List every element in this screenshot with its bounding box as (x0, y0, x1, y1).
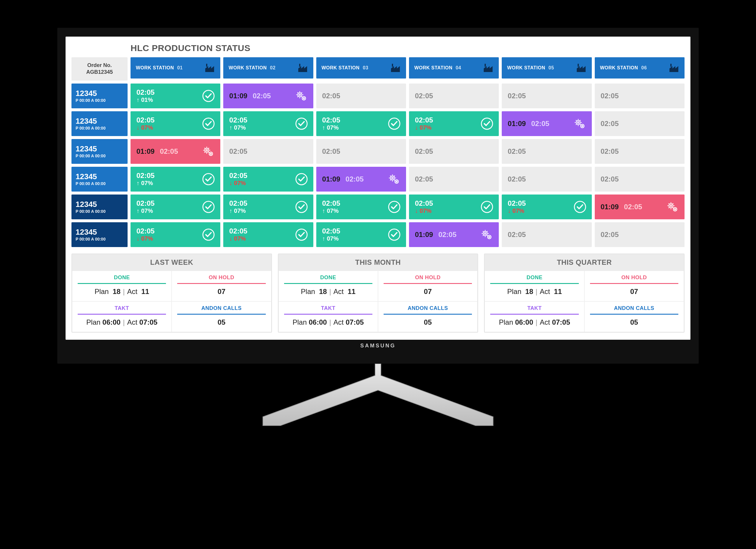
onhold-value: 07 (384, 287, 472, 296)
order-id: 12345 (76, 200, 123, 209)
cell-time-b: 02:05 (438, 231, 456, 239)
monitor-brand: SAMSUNG (66, 343, 690, 349)
station-label: WORK STATION (507, 65, 545, 70)
check-circle-icon (388, 201, 401, 214)
cell-time: 02:05 (136, 116, 154, 124)
status-cell: 02:0507% (131, 195, 220, 219)
status-cell: 02:05 (409, 139, 499, 164)
status-cell: 02:05 (502, 84, 592, 108)
status-cell: 02:0507% (223, 222, 313, 247)
cell-pct: 07% (229, 180, 247, 187)
cell-pct: 07% (322, 235, 340, 242)
factory-icon (204, 63, 215, 73)
cell-time: 02:05 (229, 199, 247, 208)
station-number: 01 (177, 65, 183, 70)
andon-value: 05 (177, 318, 265, 326)
status-cell: 02:05 (595, 84, 685, 108)
andon-value: 05 (384, 318, 472, 326)
svg-point-24 (582, 126, 583, 127)
andon-label: ANDON CALLS (384, 305, 472, 314)
factory-icon (669, 63, 679, 73)
status-cell: 02:0507% (223, 195, 313, 219)
status-cell: 02:05 (595, 167, 685, 192)
check-circle-icon (202, 89, 215, 102)
takt-value: Plan 06:00|Act 07:05 (284, 318, 372, 326)
svg-point-26 (206, 149, 208, 151)
gears-icon (388, 173, 401, 186)
status-cell: 02:0507% (316, 222, 406, 247)
cell-time: 02:05 (229, 227, 247, 235)
status-cell: 02:0507% (502, 195, 592, 219)
cell-time: 02:05 (322, 92, 340, 100)
cell-time: 02:05 (229, 116, 247, 124)
check-circle-icon (202, 117, 215, 130)
check-circle-icon (480, 201, 493, 214)
cell-time-a: 01:09 (229, 92, 247, 100)
svg-point-27 (209, 152, 213, 156)
cell-time-b: 02:05 (160, 147, 178, 156)
check-circle-icon (295, 228, 308, 241)
cell-pct: 07% (229, 124, 247, 131)
status-cell: 02:0507% (409, 111, 499, 136)
check-circle-icon (202, 173, 215, 186)
cell-pct: 07% (508, 208, 526, 214)
onhold-label: ON HOLD (384, 274, 472, 284)
cell-time: 02:05 (322, 227, 340, 235)
status-cell: 02:05 (502, 167, 592, 192)
svg-point-16 (303, 98, 304, 99)
onhold-value: 07 (590, 287, 678, 296)
takt-cell: TAKTPlan 06:00|Act 07:05 (72, 301, 172, 332)
svg-rect-2 (298, 69, 307, 72)
onhold-cell: ON HOLD07 (584, 271, 684, 301)
done-cell: DONEPlan 18|Act 11 (278, 271, 378, 301)
dashboard-screen: HLC PRODUCTION STATUS Order No.AGB12345W… (66, 37, 690, 340)
cell-time-a: 01:09 (322, 175, 340, 183)
andon-cell: ANDON CALLS05 (172, 301, 271, 332)
check-circle-icon (295, 201, 308, 214)
workstation-header-6: WORK STATION 06 (595, 57, 685, 79)
cell-pct: 01% (136, 97, 154, 103)
done-value: Plan 18|Act 11 (78, 287, 166, 296)
status-cell: 02:05 (595, 222, 685, 247)
gears-icon (666, 201, 679, 214)
summary-title: LAST WEEK (72, 254, 271, 271)
check-circle-icon (388, 228, 401, 241)
takt-cell: TAKTPlan 06:00|Act 07:05 (485, 301, 584, 332)
svg-point-15 (302, 97, 306, 100)
order-id: 12345 (76, 89, 123, 98)
cell-time: 02:05 (508, 92, 526, 100)
cell-time: 02:05 (136, 88, 154, 97)
andon-cell: ANDON CALLS05 (584, 301, 684, 332)
cell-time: 02:05 (601, 120, 619, 128)
status-cell: 02:0507% (223, 167, 313, 192)
status-cell: 02:0507% (316, 111, 406, 136)
cell-time-b: 02:05 (253, 92, 271, 100)
cell-time: 02:05 (322, 147, 340, 156)
status-cell: 02:0507% (223, 111, 313, 136)
andon-value: 05 (590, 318, 678, 326)
cell-pct: 07% (322, 124, 340, 131)
gears-icon (202, 145, 215, 158)
svg-point-32 (392, 177, 393, 179)
check-circle-icon (202, 201, 215, 214)
station-number: 05 (548, 65, 554, 70)
takt-cell: TAKTPlan 06:00|Act 07:05 (278, 301, 378, 332)
takt-value: Plan 06:00|Act 07:05 (78, 318, 166, 326)
cell-time: 02:05 (601, 175, 619, 183)
order-pa: P 00:00 A 00:00 (76, 126, 123, 131)
cell-time-a: 01:09 (601, 203, 619, 211)
station-label: WORK STATION (322, 65, 360, 70)
cell-time: 02:05 (229, 172, 247, 180)
cell-time: 02:05 (508, 147, 526, 156)
onhold-cell: ON HOLD07 (172, 271, 271, 301)
cell-pct: 07% (415, 208, 433, 214)
page-title: HLC PRODUCTION STATUS (131, 43, 685, 53)
svg-point-13 (298, 93, 302, 97)
summary-title: THIS MONTH (278, 254, 478, 271)
status-cell: 01:0902:05 (409, 222, 499, 247)
cell-time-b: 02:05 (531, 120, 549, 128)
workstation-header-2: WORK STATION 02 (223, 57, 313, 79)
order-no-value: AGB12345 (86, 69, 113, 76)
station-label: WORK STATION (229, 65, 267, 70)
cell-time: 02:05 (136, 227, 154, 235)
